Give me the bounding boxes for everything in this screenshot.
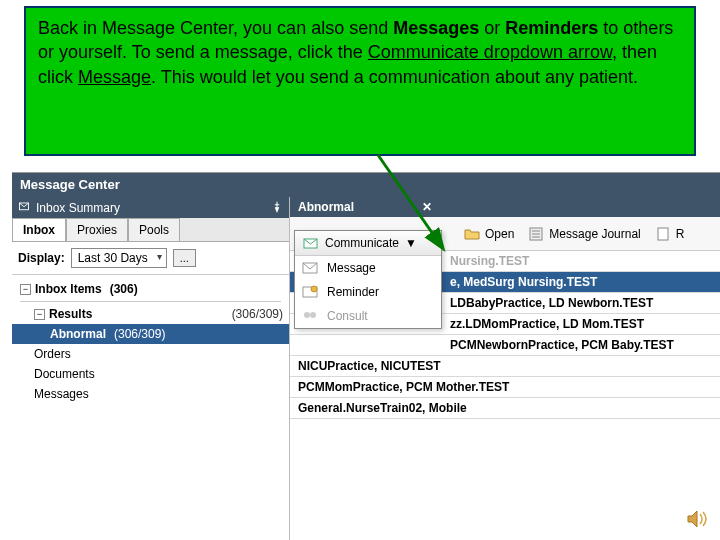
sidebar-tabs: Inbox Proxies Pools <box>12 218 289 242</box>
display-label: Display: <box>18 251 65 265</box>
tree-documents[interactable]: Documents <box>12 364 289 384</box>
display-filter-row: Display: Last 30 Days ... <box>12 242 289 275</box>
list-row[interactable]: NICUPractice, NICUTEST <box>290 356 720 377</box>
list-row[interactable]: General.NurseTrain02, Mobile <box>290 398 720 419</box>
main-header: Abnormal ✕ <box>290 197 720 217</box>
speaker-icon[interactable] <box>686 508 712 534</box>
instruction-callout: Back in Message Center, you can also sen… <box>24 6 696 156</box>
r-button-partial[interactable]: R <box>655 226 685 242</box>
svg-point-11 <box>304 312 310 318</box>
window-titlebar: Message Center <box>12 173 720 197</box>
communicate-dropdown: Communicate ▼ Message Reminder <box>294 230 442 329</box>
menu-reminder[interactable]: Reminder <box>295 280 441 304</box>
consult-icon <box>301 308 319 324</box>
list-row[interactable]: PCMMomPractice, PCM Mother.TEST <box>290 377 720 398</box>
tree-results[interactable]: − Results (306/309) <box>12 304 289 324</box>
menu-message[interactable]: Message <box>295 256 441 280</box>
tree-orders[interactable]: Orders <box>12 344 289 364</box>
collapse-icon[interactable]: − <box>34 309 45 320</box>
message-center-window: Message Center Inbox Summary Inbox Proxi… <box>12 172 720 540</box>
collapse-icon[interactable]: − <box>20 284 31 295</box>
chevron-down-icon: ▼ <box>405 236 417 250</box>
open-button[interactable]: Open <box>464 226 514 242</box>
close-icon[interactable]: ✕ <box>422 200 432 214</box>
main-header-title: Abnormal <box>298 200 354 214</box>
inbox-summary-header: Inbox Summary <box>12 197 289 218</box>
message-icon <box>301 260 319 276</box>
inbox-icon <box>18 200 30 215</box>
folder-tree: − Inbox Items (306) − Results (306/309) … <box>12 275 289 540</box>
tab-inbox[interactable]: Inbox <box>12 218 66 241</box>
communicate-button[interactable]: Communicate ▼ <box>295 231 441 256</box>
message-journal-button[interactable]: Message Journal <box>528 226 640 242</box>
svg-point-12 <box>310 312 316 318</box>
communicate-icon <box>303 235 319 251</box>
display-select[interactable]: Last 30 Days <box>71 248 167 268</box>
pin-icon[interactable] <box>271 201 283 215</box>
tab-pools[interactable]: Pools <box>128 218 180 241</box>
main-panel: Abnormal ✕ Open Message Journal <box>290 197 720 540</box>
folder-open-icon <box>464 226 480 242</box>
display-ellipsis-button[interactable]: ... <box>173 249 196 267</box>
inbox-summary-label: Inbox Summary <box>36 201 120 215</box>
menu-consult: Consult <box>295 304 441 328</box>
journal-icon <box>528 226 544 242</box>
list-row[interactable]: PCMNewbornPractice, PCM Baby.TEST <box>290 335 720 356</box>
tree-messages[interactable]: Messages <box>12 384 289 404</box>
window-title: Message Center <box>20 177 120 192</box>
sidebar: Inbox Summary Inbox Proxies Pools Displa… <box>12 197 290 540</box>
note-icon <box>655 226 671 242</box>
reminder-icon <box>301 284 319 300</box>
tree-abnormal[interactable]: Abnormal (306/309) <box>12 324 289 344</box>
svg-point-10 <box>311 286 317 292</box>
tab-proxies[interactable]: Proxies <box>66 218 128 241</box>
tree-inbox-items[interactable]: − Inbox Items (306) <box>12 279 289 299</box>
svg-rect-6 <box>658 228 668 240</box>
